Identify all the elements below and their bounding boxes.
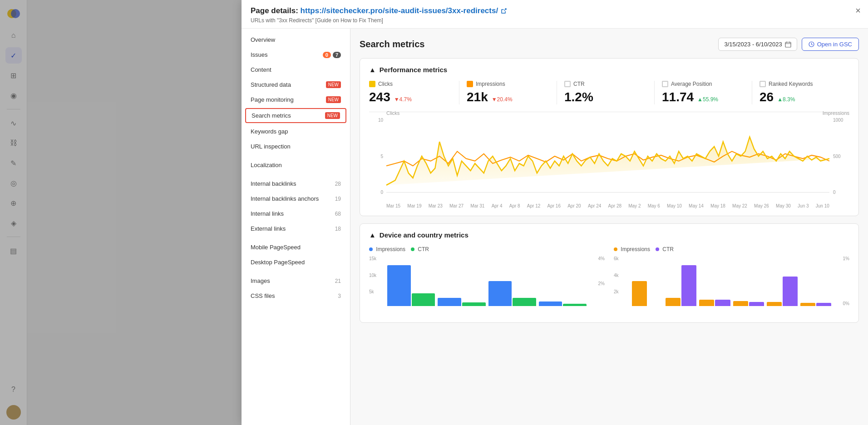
- ctr-legend-dot-right: [656, 247, 659, 251]
- page-monitoring-new-badge: NEW: [326, 96, 341, 103]
- bar-blue-4: [539, 301, 562, 306]
- rbar-purple-2: [681, 265, 696, 306]
- chevron-up-icon-2: ▲: [369, 231, 376, 239]
- modal-overlay: Page details: https://sitechecker.pro/si…: [0, 0, 868, 425]
- metric-ranked-keywords: Ranked Keywords 26 ▲8.3%: [752, 81, 849, 104]
- chart-y-right-label: Impressions: [823, 110, 849, 116]
- ctr-checkbox[interactable]: [564, 81, 571, 87]
- nav-item-internal-backlinks[interactable]: Internal backlinks 28: [242, 176, 350, 191]
- nav-item-internal-backlinks-anchors[interactable]: Internal backlinks anchors 19: [242, 191, 350, 206]
- nav-item-structured-data[interactable]: Structured data NEW: [242, 77, 350, 92]
- device-right-chart: Impressions CTR 6k 4k: [614, 246, 849, 315]
- rbar-group-2: [666, 265, 696, 306]
- bar-green-3: [513, 298, 536, 306]
- title-prefix: Page details:: [251, 6, 301, 15]
- bar-green-2: [462, 302, 486, 306]
- rbar-orange-3: [699, 300, 714, 306]
- device-country-metrics-card: ▲ Device and country metrics Impressions: [360, 223, 859, 323]
- device-section-title[interactable]: ▲ Device and country metrics: [369, 231, 849, 239]
- rbar-group-4: [733, 301, 764, 306]
- device-left-chart: Impressions CTR 15k 10k: [369, 246, 605, 315]
- impressions-checkbox[interactable]: [467, 81, 473, 87]
- nav-item-localization[interactable]: Localization: [242, 158, 350, 173]
- nav-item-issues[interactable]: Issues 0 7: [242, 47, 350, 62]
- bar-green-1: [412, 293, 435, 306]
- rbar-purple-5: [783, 277, 798, 306]
- rbar-orange-5: [767, 302, 782, 306]
- issues-badge-orange: 0: [323, 52, 331, 58]
- rbar-purple-4: [749, 302, 764, 306]
- left-y-axis: 15k 10k 5k: [369, 256, 376, 306]
- search-metrics-header: Search metrics 3/15/2023 - 6/10/2023 Ope…: [360, 38, 859, 51]
- chevron-up-icon: ▲: [369, 66, 376, 74]
- right-y-axis: 6k 4k 2k: [614, 256, 619, 306]
- bar-green-4: [563, 304, 587, 306]
- impressions-legend-dot: [369, 247, 373, 251]
- bar-group-1: [387, 265, 435, 306]
- modal-panel: Page details: https://sitechecker.pro/si…: [242, 0, 868, 425]
- date-range-picker[interactable]: 3/15/2023 - 6/10/2023: [718, 38, 797, 51]
- rbar-group-5: [767, 277, 798, 306]
- nav-item-content[interactable]: Content: [242, 62, 350, 77]
- nav-item-external-links[interactable]: External links 18: [242, 221, 350, 236]
- issues-badge-dark: 7: [333, 52, 341, 58]
- modal-close-button[interactable]: ×: [855, 5, 861, 16]
- ranked-keywords-checkbox[interactable]: [760, 81, 766, 87]
- nav-item-search-metrics[interactable]: Search metrics NEW: [245, 108, 346, 123]
- search-metrics-title: Search metrics: [360, 39, 424, 49]
- search-metrics-controls: 3/15/2023 - 6/10/2023 Open in GSC: [718, 38, 859, 51]
- rbar-orange-1: [632, 281, 647, 306]
- search-metrics-new-badge: NEW: [325, 112, 340, 119]
- right-bar-chart: 6k 4k 2k 1% 0%: [614, 256, 849, 315]
- device-charts-row: Impressions CTR 15k 10k: [369, 246, 849, 315]
- nav-item-page-monitoring[interactable]: Page monitoring NEW: [242, 92, 350, 107]
- clicks-checkbox[interactable]: [369, 81, 375, 87]
- chart-y-left-label: Clicks: [386, 110, 399, 116]
- nav-item-css-files[interactable]: CSS files 3: [242, 288, 350, 303]
- metric-ctr: CTR 1.2%: [557, 81, 655, 104]
- rbar-group-3: [699, 300, 730, 306]
- nav-item-keywords-gap[interactable]: Keywords gap: [242, 124, 350, 139]
- avg-position-checkbox[interactable]: [662, 81, 668, 87]
- bar-blue-3: [488, 281, 512, 306]
- nav-item-url-inspection[interactable]: URL inspection: [242, 139, 350, 154]
- rbar-purple-3: [715, 300, 730, 306]
- open-in-gsc-button[interactable]: Open in GSC: [802, 38, 859, 51]
- page-subtitle: URLs with "3xx Redirects" [Guide on How …: [251, 17, 859, 24]
- bar-group-4: [539, 301, 587, 306]
- rbar-orange-2: [666, 298, 681, 306]
- nav-item-mobile-pagespeed[interactable]: Mobile PageSpeed: [242, 240, 350, 255]
- metrics-row: Clicks 243 ▼4.7% Impressions: [369, 81, 849, 112]
- structured-data-new-badge: NEW: [326, 81, 341, 88]
- modal-header: Page details: https://sitechecker.pro/si…: [242, 0, 868, 29]
- main-content: Search metrics 3/15/2023 - 6/10/2023 Ope…: [350, 29, 868, 425]
- nav-item-internal-links[interactable]: Internal links 68: [242, 206, 350, 221]
- metric-clicks: Clicks 243 ▼4.7%: [369, 81, 459, 104]
- content-area: Overview Issues 0 7 Content Structured d…: [242, 29, 868, 425]
- performance-section-title[interactable]: ▲ Performance metrics: [369, 66, 849, 74]
- nav-item-images[interactable]: Images 21: [242, 273, 350, 288]
- left-y-right-axis: 4% 2%: [598, 256, 605, 306]
- nav-item-desktop-pagespeed[interactable]: Desktop PageSpeed: [242, 255, 350, 270]
- chart-y-right-axis: 1000 500 0: [831, 118, 849, 195]
- bar-blue-1: [387, 265, 411, 306]
- rbar-orange-6: [800, 303, 815, 306]
- impressions-legend-dot-right: [614, 247, 617, 251]
- left-bar-chart: 15k 10k 5k 4% 2%: [369, 256, 605, 315]
- rbar-orange-4: [733, 301, 748, 306]
- page-url-link[interactable]: https://sitechecker.pro/site-audit-issue…: [301, 6, 508, 15]
- performance-chart: Clicks Impressions 10 5 0 1000 500 0: [369, 118, 849, 208]
- performance-metrics-card: ▲ Performance metrics Clicks 243: [360, 58, 859, 216]
- nav-item-overview[interactable]: Overview: [242, 32, 350, 47]
- rbar-group-1: [632, 281, 663, 306]
- chart-svg-area: [386, 118, 829, 195]
- metric-impressions: Impressions 21k ▼20.4%: [459, 81, 557, 104]
- ctr-legend-dot-left: [411, 247, 414, 251]
- svg-rect-2: [785, 42, 791, 47]
- rbar-group-6: [800, 303, 831, 306]
- chart-x-labels: Mar 15 Mar 19 Mar 23 Mar 27 Mar 31 Apr 4…: [386, 196, 829, 208]
- page-details-title: Page details: https://sitechecker.pro/si…: [251, 6, 859, 15]
- chart-y-left-axis: 10 5 0: [369, 118, 385, 195]
- right-y-right-axis: 1% 0%: [843, 256, 849, 306]
- metric-avg-position: Average Position 11.74 ▲55.9%: [655, 81, 752, 104]
